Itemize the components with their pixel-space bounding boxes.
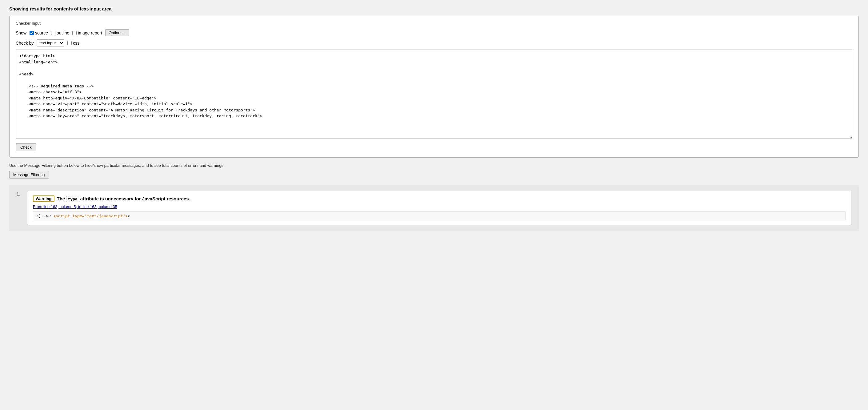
image-report-checkbox[interactable] — [72, 31, 76, 35]
result-card: Warning The type attribute is unnecessar… — [27, 191, 851, 225]
outline-checkbox[interactable] — [51, 31, 55, 35]
source-label: source — [35, 30, 48, 35]
show-label: Show — [16, 30, 27, 35]
result-item: 1. Warning The type attribute is unneces… — [17, 191, 851, 225]
results-area: 1. Warning The type attribute is unneces… — [9, 185, 859, 231]
warning-badge: Warning — [33, 196, 55, 202]
checker-input-legend: Checker Input — [16, 21, 852, 26]
result-message-after: attribute is unnecessary for JavaScript … — [79, 196, 190, 201]
css-checkbox-label[interactable]: css — [67, 41, 80, 46]
message-filtering-button[interactable]: Message Filtering — [9, 171, 49, 178]
image-report-checkbox-label[interactable]: image report — [72, 30, 102, 35]
result-headline: Warning The type attribute is unnecessar… — [33, 196, 845, 202]
show-row: Show source outline image report Options… — [16, 29, 852, 36]
image-report-label: image report — [78, 30, 102, 35]
code-snippet-before: s)-->↩ — [36, 214, 53, 218]
check-by-label: Check by — [16, 41, 34, 46]
check-button[interactable]: Check — [16, 143, 36, 151]
check-by-row: Check by text input file upload address … — [16, 39, 852, 47]
result-message-before: The — [57, 196, 66, 201]
code-snippet-highlight: <script type="text/javascript"> — [53, 214, 128, 218]
info-text: Use the Message Filtering button below t… — [9, 163, 859, 168]
options-button[interactable]: Options... — [105, 29, 129, 36]
checker-input-section: Checker Input Show source outline image … — [9, 16, 859, 157]
code-snippet-after: ↩ — [128, 214, 130, 218]
source-checkbox-label[interactable]: source — [30, 30, 48, 35]
result-link[interactable]: From line 163, column 5; to line 163, co… — [33, 204, 845, 209]
source-checkbox[interactable] — [30, 31, 34, 35]
check-by-select[interactable]: text input file upload address — [37, 39, 64, 47]
page-title: Showing results for contents of text-inp… — [9, 6, 859, 11]
outline-checkbox-label[interactable]: outline — [51, 30, 69, 35]
type-code: type — [66, 196, 79, 202]
code-snippet: s)-->↩ <script type="text/javascript">↩ — [33, 211, 845, 221]
code-textarea[interactable] — [16, 50, 852, 139]
outline-label: outline — [57, 30, 69, 35]
css-checkbox[interactable] — [67, 41, 72, 45]
result-message: The type attribute is unnecessary for Ja… — [57, 196, 190, 201]
css-label: css — [73, 41, 80, 46]
result-number: 1. — [17, 191, 23, 196]
